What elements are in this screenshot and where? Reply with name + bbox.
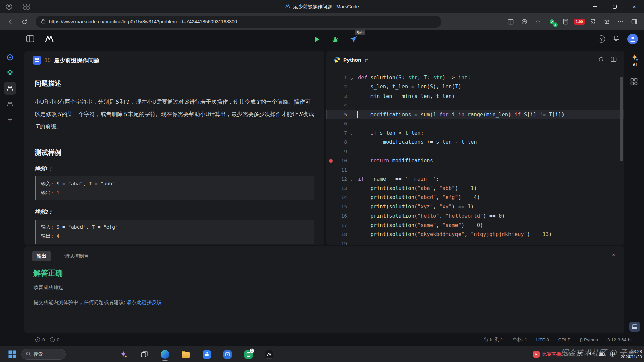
- url-text[interactable]: https://www.marscode.cn/practice/lnrp0r1…: [49, 19, 237, 24]
- sidebar-item-courses[interactable]: [4, 66, 16, 79]
- close-panel-icon[interactable]: ×: [612, 252, 615, 258]
- editor-scrollbar[interactable]: [620, 74, 623, 242]
- code-line-14[interactable]: 14 print(solution("abcd", "efg") == 4): [326, 193, 624, 202]
- plugin-icon[interactable]: [630, 78, 638, 87]
- scrollbar-thumb[interactable]: [620, 77, 623, 161]
- taskbar-search[interactable]: 搜索: [21, 349, 66, 360]
- code-line-2[interactable]: 2 s_len, t_len = len(S), len(T): [326, 82, 624, 92]
- tray-chevron-icon[interactable]: [567, 351, 571, 357]
- split-screen-icon[interactable]: [506, 17, 515, 26]
- adblock-shield-icon[interactable]: 4: [547, 17, 556, 26]
- breakpoint-gutter[interactable]: [326, 159, 335, 163]
- spreadsheet-app-icon[interactable]: 1: [241, 346, 255, 362]
- tab-debug-console[interactable]: 调试控制台: [60, 251, 94, 261]
- code-line-6[interactable]: 6: [326, 119, 624, 129]
- notifications-bell-icon[interactable]: [612, 35, 620, 43]
- tab-actions-icon[interactable]: [22, 2, 31, 11]
- feedback-link[interactable]: 请点此链接反馈: [126, 299, 162, 305]
- code-editor[interactable]: 1⌄def solution(S: str, T: str) -> int:2 …: [326, 69, 624, 245]
- start-button[interactable]: [8, 350, 17, 360]
- layout-icon[interactable]: [611, 57, 617, 63]
- sidebar-item-practice[interactable]: [4, 51, 16, 64]
- ai-assistant-button[interactable]: AI: [628, 54, 641, 67]
- back-icon[interactable]: [5, 17, 15, 27]
- marscode-app-icon[interactable]: [262, 346, 276, 362]
- favorite-star-icon[interactable]: ☆: [534, 17, 542, 26]
- indent-setting[interactable]: 空格: 4: [513, 337, 527, 343]
- code-text: print(solution("hello", "helloworld") ==…: [356, 213, 624, 219]
- code-line-5[interactable]: 5 modifications = sum(1 for i in range(m…: [326, 110, 624, 119]
- code-line-3[interactable]: 3 min_len = min(s_len, t_len): [326, 92, 624, 101]
- task-view-icon[interactable]: [138, 346, 151, 362]
- taskbar-clock[interactable]: 23:28 2024/11/23: [621, 349, 642, 360]
- microsoft-store-icon[interactable]: [200, 346, 213, 362]
- code-line-19[interactable]: 19: [326, 239, 624, 245]
- code-line-10[interactable]: 10 return modifications: [326, 156, 624, 166]
- code-line-13[interactable]: 13 print(solution("aba", "abb") == 1): [326, 184, 624, 193]
- collections-icon[interactable]: [561, 17, 570, 26]
- marscode-logo[interactable]: [44, 34, 54, 45]
- panel-layout-button[interactable]: [629, 322, 640, 332]
- minimize-button[interactable]: [586, 0, 605, 13]
- user-avatar[interactable]: [627, 34, 638, 44]
- edge-icon[interactable]: [158, 346, 172, 362]
- reset-code-icon[interactable]: [598, 56, 604, 64]
- favorites-bar-icon[interactable]: [602, 17, 611, 26]
- browser-profile-icon[interactable]: [5, 2, 13, 11]
- code-line-9[interactable]: 9: [326, 147, 624, 156]
- sidebar-item-ide[interactable]: [4, 82, 16, 95]
- code-line-11[interactable]: 11: [326, 165, 624, 175]
- browser-essentials-icon[interactable]: [520, 17, 529, 26]
- volume-icon[interactable]: [588, 351, 593, 357]
- tab-output[interactable]: 输出: [32, 251, 51, 261]
- wifi-icon[interactable]: [577, 351, 583, 357]
- eol-setting[interactable]: CRLF: [558, 337, 570, 342]
- fold-icon[interactable]: ⌄: [347, 75, 356, 80]
- ime-indicator[interactable]: 中: [610, 351, 615, 357]
- code-line-8[interactable]: 8 modifications += s_len - t_len: [326, 138, 624, 147]
- extension-icon[interactable]: [589, 17, 597, 26]
- lock-icon[interactable]: [41, 19, 46, 25]
- debug-button[interactable]: [330, 34, 340, 44]
- encoding-setting[interactable]: UTF-8: [536, 337, 549, 342]
- code-line-7[interactable]: 7⌄ if s_len > t_len:: [326, 128, 624, 138]
- code-line-18[interactable]: 18 print(solution("qkyekbddmuyqe", "ntqy…: [326, 230, 624, 239]
- language-mode[interactable]: {} Python: [580, 337, 598, 342]
- search-label: 搜索: [34, 351, 43, 357]
- code-line-16[interactable]: 16 print(solution("hello", "helloworld")…: [326, 212, 624, 221]
- interpreter-version[interactable]: 3.12.3 64-bit: [607, 337, 633, 342]
- panel-toggle-icon[interactable]: [26, 35, 34, 44]
- sidebar-item-projects[interactable]: [4, 97, 16, 110]
- submit-button[interactable]: Beta: [348, 34, 358, 44]
- language-switch-icon[interactable]: ⇄: [365, 57, 369, 63]
- close-button[interactable]: ×: [625, 0, 644, 13]
- help-icon[interactable]: ?: [598, 35, 605, 43]
- run-button[interactable]: [312, 34, 322, 44]
- file-explorer-icon[interactable]: [179, 346, 193, 362]
- code-line-4[interactable]: 4: [326, 101, 624, 110]
- breakpoint-icon[interactable]: [329, 159, 333, 163]
- copilot-icon[interactable]: [117, 346, 130, 362]
- more-menu-icon[interactable]: ⋯: [616, 17, 625, 26]
- sidebar-toggle-icon[interactable]: [630, 17, 639, 26]
- battery-icon[interactable]: [599, 351, 605, 357]
- code-line-1[interactable]: 1⌄def solution(S: str, T: str) -> int:: [326, 73, 624, 82]
- fold-icon[interactable]: ⌄: [347, 130, 356, 136]
- code-line-15[interactable]: 15 print(solution("xyz", "xy") == 1): [326, 202, 624, 212]
- code-text: if s_len > t_len:: [356, 130, 624, 136]
- editor-header: Python ⇄: [326, 51, 624, 69]
- add-panel-button[interactable]: +: [4, 113, 16, 126]
- fold-icon[interactable]: ⌄: [347, 176, 356, 182]
- cursor-position[interactable]: 行 5, 列 1: [484, 337, 503, 343]
- feedback-line: 提交功能内测体验中，任何问题或者建议: 请点此链接反馈: [33, 299, 615, 306]
- refresh-icon[interactable]: [19, 17, 30, 27]
- live-broadcast-button[interactable]: 比赛直播: [533, 351, 561, 358]
- maximize-button[interactable]: [605, 0, 625, 13]
- problem-content[interactable]: 问题描述 小U和小R有两个字符串，分别是S和T，现在小U需要通过对S进行若干次操…: [24, 70, 324, 245]
- url-bar[interactable]: https://www.marscode.cn/practice/lnrp0r1…: [36, 16, 441, 28]
- extension-price-badge[interactable]: 1.00: [575, 17, 584, 26]
- mail-icon[interactable]: [221, 346, 234, 362]
- code-line-17[interactable]: 17 print(solution("same", "same") == 0): [326, 221, 624, 230]
- code-line-12[interactable]: 12⌄if __name__ == '__main__':: [326, 175, 624, 184]
- problems-status[interactable]: × 0 ! 0: [35, 337, 59, 342]
